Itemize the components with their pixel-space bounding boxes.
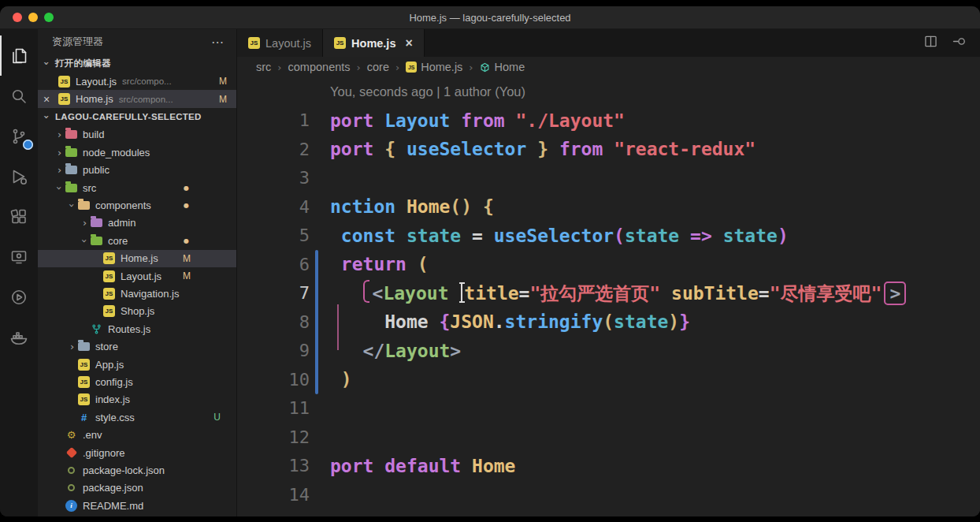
tab-bar-row: JSLayout.jsJSHome.js× [237,29,980,57]
file-path: src/compo... [122,76,172,86]
code-line-3[interactable]: 3 [237,164,980,193]
file-Navigation.js[interactable]: JSNavigation.js [38,285,236,302]
open-editor-Home.js[interactable]: ×JSHome.jssrc/compon...M [38,90,236,107]
folder-components[interactable]: ›components● [38,196,236,214]
line-number: 7 [237,283,325,303]
close-window-button[interactable] [13,13,22,22]
file-.gitignore[interactable]: .gitignore [38,444,236,461]
tab-label: Home.js [351,37,395,50]
folder-node_modules[interactable]: ›node_modules [38,144,236,161]
tab-Layout.js[interactable]: JSLayout.js [237,29,323,57]
breadcrumb-label: Home.js [421,61,462,73]
code-line-13[interactable]: 13port default Home [237,452,980,481]
file-Shop.js[interactable]: JSShop.js [38,303,236,320]
tab-Home.js[interactable]: JSHome.js× [323,29,425,57]
line-content: <Layout title="拉勾严选首页" subTitle="尽情享受吧"> [325,280,906,306]
code-line-6[interactable]: 6 return ( [237,250,980,279]
breadcrumb-label: src [256,61,271,73]
text-cursor [461,283,462,302]
file-package.json[interactable]: package.json [38,479,236,497]
file-App.js[interactable]: JSApp.js [38,356,236,373]
code-line-5[interactable]: 5 const state = useSelector(state => sta… [237,222,980,251]
breadcrumb-item-Home[interactable]: Home [480,61,525,73]
symbol-icon [480,62,491,73]
file-config.js[interactable]: JSconfig.js [38,373,236,390]
readme-file-icon: i [65,500,77,512]
code-line-9[interactable]: 9 </Layout> [237,337,980,366]
file-index.js[interactable]: JSindex.js [38,391,236,408]
folder-icon [65,166,77,174]
file-path: src/compon... [119,95,173,104]
code-line-1[interactable]: 1port Layout from "./Layout" [237,106,980,136]
line-number: 10 [237,370,325,390]
code-lens[interactable]: You, seconds ago | 1 author (You) [237,77,980,106]
search-icon[interactable] [0,76,38,116]
breadcrumb-item-components[interactable]: components [288,61,351,73]
file-style.css[interactable]: #style.cssU [38,408,236,426]
more-actions-icon[interactable]: ⋯ [211,35,224,50]
file-README.md[interactable]: iREADME.md [38,497,236,514]
code-line-10[interactable]: 10 ) [237,365,980,394]
file-Home.js[interactable]: JSHome.jsM [38,250,236,267]
line-content: Home {JSON.stringify(state)} [325,311,690,332]
explorer-icon[interactable] [0,35,38,76]
code-line-4[interactable]: 4nction Home() { [237,192,980,222]
workspace-label: LAGOU-CAREFULLY-SELECTED [55,112,202,121]
line-number: 4 [237,197,325,217]
tree-item-label: Layout.js [121,270,161,282]
chevron-icon: › [66,341,78,352]
file-package-lock.json[interactable]: package-lock.json [38,461,236,479]
split-editor-icon[interactable] [922,33,939,53]
tab-label: Layout.js [265,37,311,50]
breadcrumb-item-Home.js[interactable]: JSHome.js [406,61,462,73]
minimize-window-button[interactable] [28,13,38,22]
folder-core[interactable]: ›core● [38,232,236,249]
git-status-badge: M [183,270,191,282]
code-line-14[interactable]: 14 [237,480,980,509]
breadcrumb-item-core[interactable]: core [367,61,389,73]
code-line-8[interactable]: 8 Home {JSON.stringify(state)} [237,308,980,337]
tree-item-label: public [83,164,110,176]
live-share-icon[interactable] [0,277,38,317]
line-content: port Layout from "./Layout" [325,110,625,131]
folder-src[interactable]: ›src● [38,179,236,196]
code-line-2[interactable]: 2port { useSelector } from "react-redux" [237,135,980,164]
folder-build[interactable]: ›build [38,126,236,144]
zoom-window-button[interactable] [44,13,54,22]
remote-explorer-icon[interactable] [0,237,38,277]
line-number: 3 [237,168,325,188]
run-debug-icon[interactable] [0,156,38,196]
code-line-11[interactable]: 11 [237,394,980,423]
line-number: 12 [237,427,325,447]
pending-changes-badge [23,140,33,150]
source-control-icon[interactable] [0,116,38,156]
line-number: 9 [237,341,325,360]
modified-dot: ● [184,202,189,209]
toggle-layout-icon[interactable] [951,33,967,53]
code-line-7[interactable]: 7 <Layout title="拉勾严选首页" subTitle="尽情享受吧… [237,279,980,308]
file-Layout.js[interactable]: JSLayout.jsM [38,267,236,285]
line-number: 13 [237,456,325,475]
code-area[interactable]: You, seconds ago | 1 author (You) 1port … [237,77,980,516]
tree-item-label: store [95,341,118,352]
git-change-bar [315,250,318,394]
line-number: 1 [237,110,325,130]
folder-admin[interactable]: ›admin [38,214,236,232]
code-line-12[interactable]: 12 [237,423,980,452]
close-icon[interactable]: × [405,36,412,50]
folder-icon [91,237,102,245]
chevron-down-icon: › [41,58,53,69]
open-editor-Layout.js[interactable]: JSLayout.jssrc/compo...M [38,73,236,90]
folder-store[interactable]: ›store [38,337,236,355]
file-.env[interactable]: ⚙.env [38,426,236,443]
tree-item-label: package-lock.json [83,464,165,476]
docker-icon[interactable] [0,317,38,357]
workspace-header[interactable]: › LAGOU-CAREFULLY-SELECTED [38,108,236,126]
breadcrumb-item-src[interactable]: src [256,61,271,73]
close-icon[interactable]: × [43,93,50,106]
open-editors-header[interactable]: › 打开的编辑器 [38,54,236,73]
folder-public[interactable]: ›public [38,162,236,179]
line-number: 11 [237,398,325,418]
extensions-icon[interactable] [0,196,38,237]
file-Routes.js[interactable]: Routes.js [38,320,236,337]
